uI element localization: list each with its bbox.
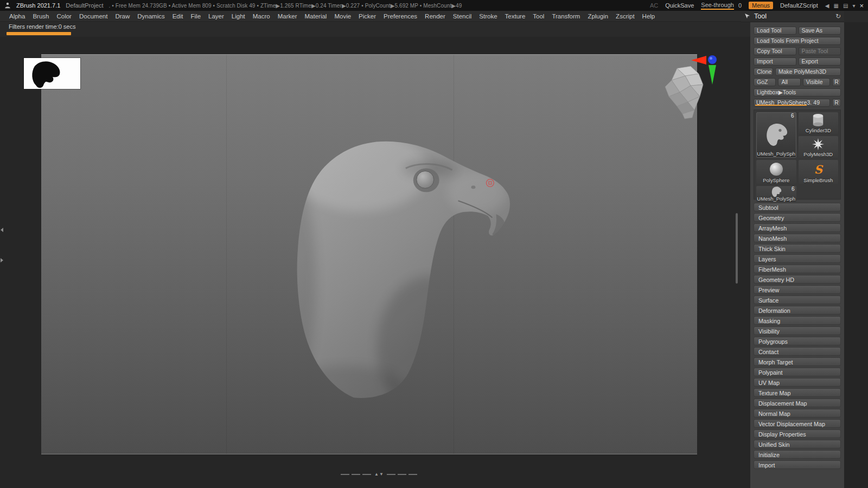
dock-dashes xyxy=(387,474,417,475)
menu-item-macro[interactable]: Macro xyxy=(249,13,274,20)
menu-item-help[interactable]: Help xyxy=(639,13,659,20)
section-initialize[interactable]: Initialize xyxy=(754,450,841,459)
menu-item-file[interactable]: File xyxy=(187,13,205,20)
menu-item-movie[interactable]: Movie xyxy=(330,13,355,20)
section-polypaint[interactable]: Polypaint xyxy=(754,368,841,376)
section-polygroups[interactable]: Polygroups xyxy=(754,337,841,345)
section-display-properties[interactable]: Display Properties xyxy=(754,429,841,438)
section-deformation[interactable]: Deformation xyxy=(754,306,841,314)
menu-item-color[interactable]: Color xyxy=(53,13,75,20)
save-as-button[interactable]: Save As xyxy=(799,27,841,35)
thumb-cylinder3d[interactable]: Cylinder3D xyxy=(799,112,839,134)
thumb-label: PolySphere xyxy=(756,177,796,183)
sculpt-canvas[interactable] xyxy=(41,54,697,454)
section-morph-target[interactable]: Morph Target xyxy=(754,357,841,366)
menu-item-light[interactable]: Light xyxy=(228,13,249,20)
menu-item-tool[interactable]: Tool xyxy=(529,13,548,20)
menu-item-picker[interactable]: Picker xyxy=(355,13,380,20)
render-progress-bar xyxy=(7,32,71,35)
menu-item-layer[interactable]: Layer xyxy=(205,13,228,20)
goz-button[interactable]: GoZ xyxy=(754,78,776,86)
thumb-polymesh3d[interactable]: PolyMesh3D xyxy=(799,136,839,158)
quicksave-button[interactable]: QuickSave xyxy=(665,2,694,9)
section-texture-map[interactable]: Texture Map xyxy=(754,388,841,397)
close-icon[interactable]: × xyxy=(859,2,864,10)
load-tools-from-project-button[interactable]: Load Tools From Project xyxy=(754,37,841,45)
thumb-label: SimpleBrush xyxy=(799,177,839,183)
thumb-label: UMesh_PolySph xyxy=(757,151,796,157)
make-polymesh3d-button[interactable]: Make PolyMesh3D xyxy=(775,68,841,76)
section-uv-map[interactable]: UV Map xyxy=(754,378,841,387)
copy-tool-button[interactable]: Copy Tool xyxy=(754,47,796,55)
load-tool-button[interactable]: Load Tool xyxy=(754,27,796,35)
section-vector-displacement-map[interactable]: Vector Displacement Map xyxy=(754,419,841,428)
active-tool-slider[interactable]: UMesh_PolySphere3. 49 xyxy=(754,99,830,107)
menu-item-alpha[interactable]: Alpha xyxy=(5,13,29,20)
tool-subpalettes: Subtool Geometry ArrayMesh NanoMesh Thic… xyxy=(750,203,844,469)
section-geometry[interactable]: Geometry xyxy=(754,213,841,222)
thumb-umesh-polysphere[interactable]: 6 UMesh_PolySph xyxy=(756,186,796,202)
section-layers[interactable]: Layers xyxy=(754,254,841,263)
menu-item-edit[interactable]: Edit xyxy=(169,13,187,20)
menu-item-zscript[interactable]: Zscript xyxy=(612,13,639,20)
section-thick-skin[interactable]: Thick Skin xyxy=(754,244,841,253)
goz-all-button[interactable]: All xyxy=(778,78,800,86)
left-tray-toggle[interactable] xyxy=(0,228,4,262)
layout-grid-icon[interactable]: ▦ xyxy=(833,3,838,9)
section-subtool[interactable]: Subtool xyxy=(754,203,841,211)
export-button[interactable]: Export xyxy=(799,57,841,66)
thumb-polysphere[interactable]: PolySphere xyxy=(756,160,796,184)
import-button[interactable]: Import xyxy=(754,57,796,66)
section-fibermesh[interactable]: FiberMesh xyxy=(754,265,841,273)
thumb-simplebrush[interactable]: S SimpleBrush xyxy=(799,160,839,184)
bottom-dock-handle[interactable]: ▲ ▼ xyxy=(341,472,417,477)
refresh-icon[interactable]: ↻ xyxy=(835,12,841,20)
section-visibility[interactable]: Visibility xyxy=(754,326,841,335)
menu-item-texture[interactable]: Texture xyxy=(501,13,529,20)
section-unified-skin[interactable]: Unified Skin xyxy=(754,440,841,448)
scroll-up-icon[interactable]: ▲ xyxy=(374,472,379,477)
minimize-icon[interactable]: ▾ xyxy=(852,3,855,9)
menu-item-document[interactable]: Document xyxy=(75,13,111,20)
clone-button[interactable]: Clone xyxy=(754,68,773,76)
layout-split-icon[interactable]: ▤ xyxy=(843,3,848,9)
goz-r-button[interactable]: R xyxy=(832,78,841,86)
default-zscript-button[interactable]: DefaultZScript xyxy=(780,2,818,9)
canvas-scrollbar[interactable] xyxy=(736,213,738,284)
palette-cursor-icon[interactable] xyxy=(744,13,751,20)
section-geometry-hd[interactable]: Geometry HD xyxy=(754,275,841,284)
axis-gizmo[interactable] xyxy=(690,53,719,87)
right-tray xyxy=(844,22,868,488)
section-contact[interactable]: Contact xyxy=(754,347,841,356)
alpha-preview-thumbnail[interactable] xyxy=(24,58,80,89)
menu-item-material[interactable]: Material xyxy=(301,13,331,20)
simplebrush-s-icon: S xyxy=(814,163,822,176)
menus-button[interactable]: Menus xyxy=(749,2,773,9)
section-preview[interactable]: Preview xyxy=(754,285,841,294)
section-masking[interactable]: Masking xyxy=(754,316,841,325)
section-import[interactable]: Import xyxy=(754,460,841,469)
menu-item-preferences[interactable]: Preferences xyxy=(380,13,421,20)
menu-item-dynamics[interactable]: Dynamics xyxy=(133,13,168,20)
lightbox-tools-button[interactable]: Lightbox▶Tools xyxy=(754,88,841,97)
goz-visible-button[interactable]: Visible xyxy=(803,78,830,86)
menu-item-render[interactable]: Render xyxy=(421,13,449,20)
menu-item-stroke[interactable]: Stroke xyxy=(475,13,501,20)
menu-item-draw[interactable]: Draw xyxy=(111,13,133,20)
section-surface[interactable]: Surface xyxy=(754,296,841,304)
section-displacement-map[interactable]: Displacement Map xyxy=(754,399,841,407)
section-normal-map[interactable]: Normal Map xyxy=(754,409,841,418)
menu-item-marker[interactable]: Marker xyxy=(274,13,301,20)
menu-item-stencil[interactable]: Stencil xyxy=(449,13,476,20)
tool-r-button[interactable]: R xyxy=(832,99,841,107)
thumb-umesh-polysphere-active[interactable]: 6 UMesh_PolySph xyxy=(756,112,796,158)
menu-item-zplugin[interactable]: Zplugin xyxy=(584,13,612,20)
section-nanomesh[interactable]: NanoMesh xyxy=(754,234,841,242)
scroll-down-icon[interactable]: ▼ xyxy=(379,472,384,477)
menu-item-transform[interactable]: Transform xyxy=(548,13,584,20)
see-through-slider[interactable]: See-through 0 xyxy=(701,2,742,10)
dock-left-icon[interactable]: ◀ xyxy=(825,3,829,9)
zbrush-window: ZBrush 2021.7.1 DefaultProject . • Free … xyxy=(0,0,868,488)
section-arraymesh[interactable]: ArrayMesh xyxy=(754,223,841,232)
menu-item-brush[interactable]: Brush xyxy=(29,13,53,20)
